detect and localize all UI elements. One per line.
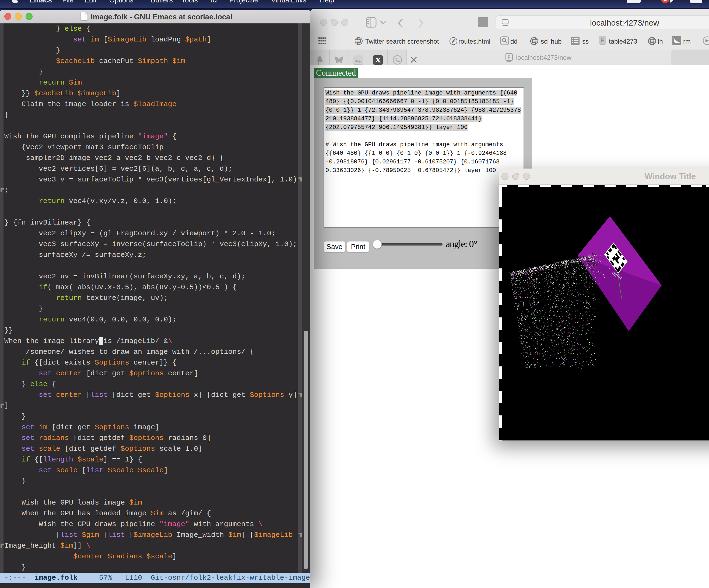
svg-text:Sup: Sup	[355, 58, 362, 62]
svg-text:F: F	[601, 38, 604, 43]
svg-text:F: F	[508, 55, 510, 59]
